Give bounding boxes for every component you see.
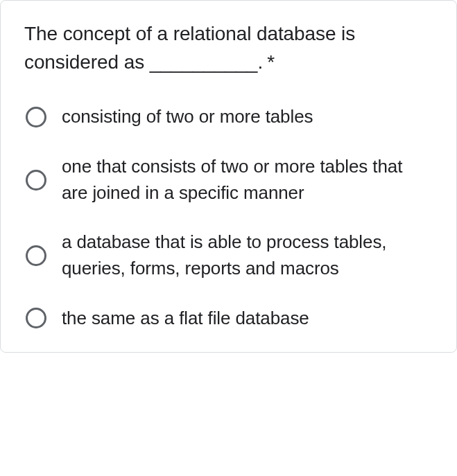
- option-2-label: one that consists of two or more tables …: [62, 154, 433, 206]
- options-group: consisting of two or more tables one tha…: [24, 104, 433, 340]
- question-dot: .: [257, 51, 263, 73]
- radio-icon: [26, 308, 46, 328]
- option-2[interactable]: one that consists of two or more tables …: [26, 154, 433, 206]
- option-1[interactable]: consisting of two or more tables: [26, 104, 433, 130]
- option-3[interactable]: a database that is able to process table…: [26, 229, 433, 281]
- question-card: The concept of a relational database is …: [0, 0, 457, 353]
- option-4[interactable]: the same as a flat file database: [26, 306, 433, 332]
- radio-icon: [26, 107, 46, 127]
- required-asterisk: *: [267, 51, 275, 73]
- radio-icon: [26, 170, 46, 191]
- question-text: The concept of a relational database is …: [24, 20, 433, 76]
- option-3-label: a database that is able to process table…: [62, 229, 433, 281]
- option-1-label: consisting of two or more tables: [62, 104, 313, 130]
- option-4-label: the same as a flat file database: [62, 306, 309, 332]
- radio-icon: [26, 245, 46, 266]
- blank-line: __________: [150, 51, 258, 73]
